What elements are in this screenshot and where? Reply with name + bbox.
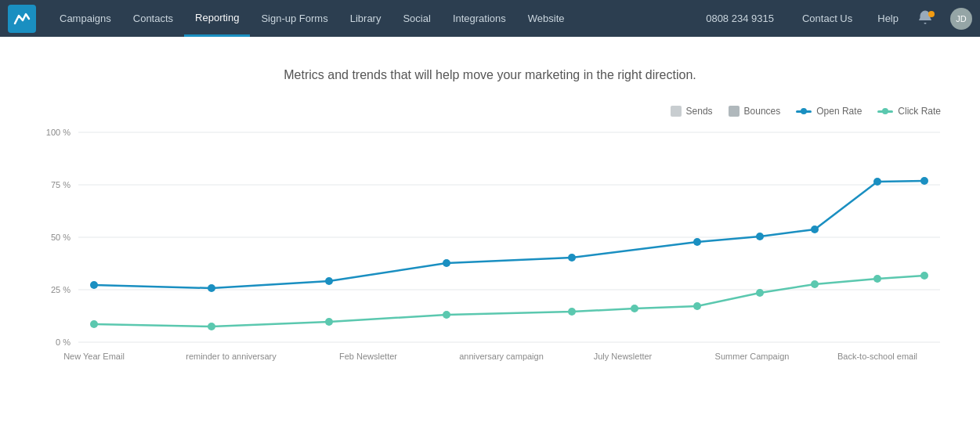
nav-integrations[interactable]: Integrations bbox=[442, 0, 517, 37]
nav-menu: Campaigns Contacts Reporting Sign-up For… bbox=[49, 0, 695, 37]
svg-rect-0 bbox=[924, 23, 927, 24]
open-rate-dot bbox=[568, 254, 576, 262]
chart-legend: Sends Bounces Open Rate Click Rate bbox=[31, 106, 949, 117]
legend-open-rate-line bbox=[796, 110, 812, 113]
click-rate-dot bbox=[90, 320, 98, 328]
click-rate-dot bbox=[208, 323, 215, 330]
logo[interactable] bbox=[8, 5, 36, 33]
notification-dot bbox=[928, 11, 935, 17]
click-rate-dot bbox=[811, 280, 819, 288]
legend-click-rate-line bbox=[877, 110, 893, 113]
notifications-bell[interactable] bbox=[913, 9, 938, 28]
nav-contacts[interactable]: Contacts bbox=[122, 0, 184, 37]
chart-wrapper: 100 % 75 % 50 % 25 % 0 % bbox=[31, 124, 949, 367]
nav-right: 0808 234 9315 Contact Us Help JD bbox=[695, 8, 972, 30]
click-rate-dot bbox=[443, 311, 450, 319]
open-rate-dot bbox=[90, 281, 98, 289]
nav-reporting[interactable]: Reporting bbox=[184, 0, 250, 37]
open-rate-dot bbox=[208, 284, 215, 292]
nav-social[interactable]: Social bbox=[392, 0, 441, 37]
legend-click-rate: Click Rate bbox=[877, 106, 941, 117]
click-rate-dot bbox=[693, 302, 701, 310]
click-rate-dot bbox=[631, 305, 638, 312]
main-content: Metrics and trends that will help move y… bbox=[0, 37, 980, 383]
legend-click-rate-dot bbox=[882, 108, 888, 114]
open-rate-dot bbox=[873, 178, 881, 186]
svg-text:50 %: 50 % bbox=[51, 233, 71, 242]
open-rate-dot bbox=[443, 259, 450, 267]
chart-svg: 100 % 75 % 50 % 25 % 0 % bbox=[31, 124, 949, 367]
help-link[interactable]: Help bbox=[870, 13, 906, 24]
svg-text:100 %: 100 % bbox=[46, 128, 71, 137]
nav-campaigns[interactable]: Campaigns bbox=[49, 0, 122, 37]
svg-text:July Newsletter: July Newsletter bbox=[594, 352, 653, 361]
svg-text:75 %: 75 % bbox=[51, 180, 71, 189]
legend-sends-box bbox=[671, 106, 682, 117]
navbar: Campaigns Contacts Reporting Sign-up For… bbox=[0, 0, 980, 37]
legend-bounces: Bounces bbox=[729, 106, 781, 117]
open-rate-dot bbox=[756, 233, 764, 240]
legend-open-rate: Open Rate bbox=[796, 106, 862, 117]
user-avatar[interactable]: JD bbox=[950, 8, 972, 30]
nav-signup-forms[interactable]: Sign-up Forms bbox=[250, 0, 338, 37]
legend-sends-label: Sends bbox=[686, 106, 713, 117]
chart-title: Metrics and trends that will help move y… bbox=[31, 68, 949, 82]
legend-open-rate-label: Open Rate bbox=[816, 106, 862, 117]
legend-open-rate-dot bbox=[801, 108, 807, 114]
nav-website[interactable]: Website bbox=[517, 0, 576, 37]
svg-text:Back-to-school email: Back-to-school email bbox=[837, 352, 917, 361]
open-rate-line bbox=[94, 181, 924, 288]
click-rate-line bbox=[94, 276, 924, 327]
click-rate-dot bbox=[756, 289, 764, 297]
contact-us-link[interactable]: Contact Us bbox=[791, 13, 863, 24]
click-rate-dot bbox=[325, 318, 333, 326]
legend-click-rate-label: Click Rate bbox=[898, 106, 941, 117]
open-rate-dot bbox=[920, 177, 928, 185]
click-rate-dot bbox=[568, 308, 576, 316]
click-rate-dot bbox=[873, 275, 881, 283]
legend-bounces-label: Bounces bbox=[744, 106, 781, 117]
svg-text:25 %: 25 % bbox=[51, 285, 71, 294]
click-rate-dot bbox=[920, 272, 928, 280]
svg-text:0 %: 0 % bbox=[56, 337, 71, 347]
legend-bounces-box bbox=[729, 106, 740, 117]
open-rate-dot bbox=[693, 238, 701, 246]
svg-text:anniversary campaign: anniversary campaign bbox=[459, 352, 544, 361]
svg-text:New Year Email: New Year Email bbox=[63, 352, 125, 361]
open-rate-dot bbox=[811, 226, 819, 233]
open-rate-dot bbox=[325, 277, 333, 285]
phone-number: 0808 234 9315 bbox=[695, 13, 785, 24]
svg-text:Summer Campaign: Summer Campaign bbox=[715, 352, 790, 361]
svg-text:reminder to anniversary: reminder to anniversary bbox=[186, 352, 277, 361]
svg-text:Feb Newsletter: Feb Newsletter bbox=[339, 352, 397, 361]
nav-library[interactable]: Library bbox=[339, 0, 392, 37]
legend-sends: Sends bbox=[671, 106, 713, 117]
